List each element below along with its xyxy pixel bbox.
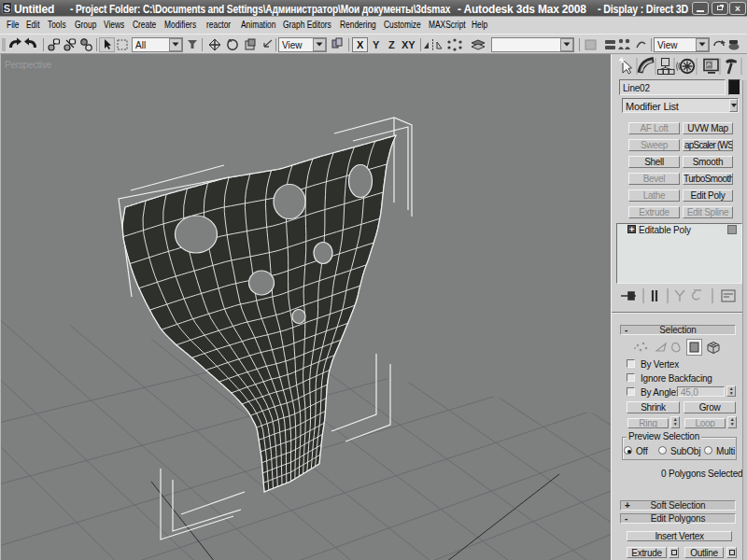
svg-text:Perspective: Perspective [5, 60, 52, 70]
svg-text:X: X [357, 39, 364, 50]
svg-text:All: All [135, 40, 146, 50]
svg-text:Y: Y [373, 39, 380, 50]
svg-text:View: View [657, 40, 678, 50]
svg-text:View: View [282, 40, 303, 50]
svg-text:XY: XY [402, 39, 416, 50]
svg-text:Z: Z [388, 39, 395, 50]
